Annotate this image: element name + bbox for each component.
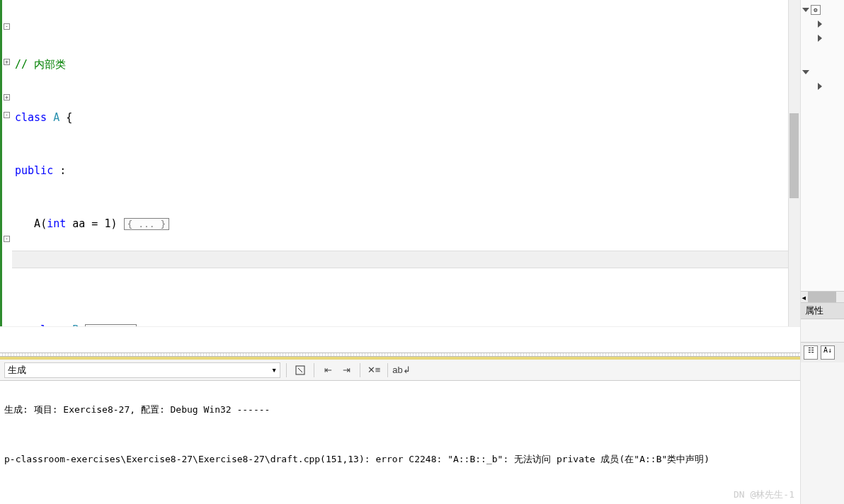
fold-toggle[interactable]: -: [4, 23, 10, 30]
categorize-button[interactable]: ☷: [804, 345, 818, 360]
wrap-button[interactable]: ab↲: [394, 362, 409, 378]
output-toolbar: 生成 ▾ ⇤ ⇥ ✕≡ ab↲: [0, 360, 800, 381]
chevron-right-icon: [818, 35, 822, 42]
output-panel: 生成 ▾ ⇤ ⇥ ✕≡ ab↲ 生成: 项目: Exercise8-27, 配置…: [0, 357, 800, 504]
chevron-down-icon: [802, 8, 809, 12]
chevron-right-icon: [818, 83, 822, 90]
locate-button[interactable]: [292, 362, 308, 378]
collapsed-region[interactable]: { ... }: [124, 218, 170, 230]
config-icon: ⚙: [811, 5, 821, 15]
tree-item[interactable]: [802, 79, 843, 93]
code-editor[interactable]: - + + - - // 内部类 class A { public : A(in…: [0, 0, 800, 326]
scrollbar-thumb[interactable]: [808, 292, 836, 302]
output-source-select[interactable]: 生成 ▾: [4, 362, 280, 378]
side-panel: ⚙ ◂ 属性 ☷ A↓: [800, 0, 844, 504]
output-line: 生成: 项目: Exercise8-27, 配置: Debug Win32 --…: [4, 402, 796, 418]
horizontal-scrollbar[interactable]: ◂: [801, 291, 844, 302]
indent-left-button[interactable]: ⇤: [320, 362, 336, 378]
properties-panel: 属性 ☷ A↓: [801, 302, 844, 504]
clear-button[interactable]: ✕≡: [366, 362, 382, 378]
fold-toggle[interactable]: -: [4, 112, 10, 118]
tree-item[interactable]: [802, 65, 843, 79]
fold-gutter[interactable]: - + + - -: [2, 0, 12, 326]
panel-title: 属性: [801, 303, 844, 319]
code-comment: // 内部类: [15, 58, 66, 71]
tree-item[interactable]: ⚙: [802, 3, 843, 17]
sort-button[interactable]: A↓: [821, 345, 835, 360]
output-line: p-classroom-exercises\Exercise8-27\Exerc…: [4, 452, 796, 467]
collapsed-region[interactable]: { ... };: [85, 324, 137, 326]
fold-toggle[interactable]: +: [4, 59, 10, 65]
fold-toggle[interactable]: +: [4, 94, 10, 101]
fold-toggle[interactable]: -: [4, 236, 10, 242]
chevron-down-icon: ▾: [271, 365, 277, 375]
chevron-right-icon: [818, 21, 822, 28]
watermark: DN @林先生-1: [734, 488, 794, 501]
chevron-down-icon: [802, 70, 809, 74]
tree-item[interactable]: [802, 31, 843, 45]
editor-footer: [0, 326, 800, 353]
indent-right-button[interactable]: ⇥: [338, 362, 354, 378]
tree-item[interactable]: [802, 17, 843, 31]
output-text[interactable]: 生成: 项目: Exercise8-27, 配置: Debug Win32 --…: [0, 381, 800, 504]
current-line-highlight: [12, 251, 796, 268]
